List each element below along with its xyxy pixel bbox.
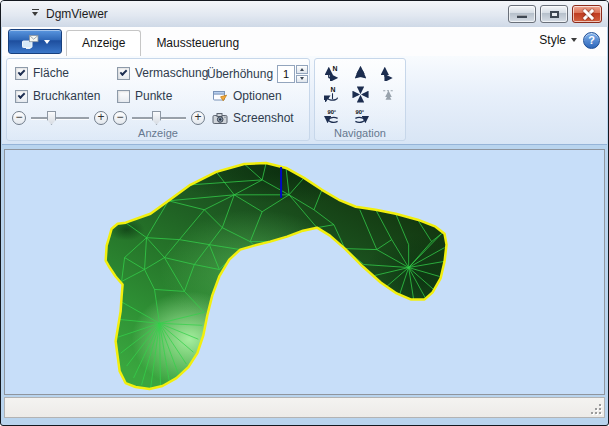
slider-increase-button[interactable]: + — [94, 111, 108, 125]
group-label-anzeige: Anzeige — [7, 127, 309, 139]
slider-decrease-button[interactable]: − — [12, 111, 26, 125]
svg-text:N: N — [330, 86, 335, 93]
quick-access-toolbar-chevron-icon[interactable] — [31, 8, 40, 18]
ribbon-tab-row: Anzeige Maussteuerung Style ? — [2, 27, 607, 56]
flaeche-transparency-slider: − + — [12, 111, 108, 125]
optionen-label: Optionen — [233, 89, 282, 103]
checkbox-vermaschung-label: Vermaschung — [135, 66, 208, 80]
maximize-icon — [550, 11, 559, 18]
ribbon-group-anzeige: Fläche Vermaschung Überhöhung 1 Bruchkan — [6, 58, 310, 141]
check-icon — [120, 68, 128, 76]
ueberhoehung-label: Überhöhung — [207, 67, 273, 81]
slider-thumb[interactable] — [152, 111, 161, 125]
check-icon — [18, 91, 26, 99]
zoom-to-center-icon — [352, 86, 369, 103]
options-icon — [212, 88, 228, 104]
checkbox-punkte-box[interactable] — [117, 90, 130, 103]
navigation-buttons: N N — [318, 61, 402, 127]
rotate-to-north-icon: N — [324, 86, 341, 103]
rotate-view-button[interactable] — [374, 61, 402, 83]
camera-icon — [212, 110, 228, 126]
zoom-to-center-button[interactable] — [346, 83, 374, 105]
checkbox-punkte[interactable]: Punkte — [117, 89, 172, 103]
terrain-canvas — [5, 150, 604, 394]
checkbox-flaeche-box[interactable] — [15, 67, 28, 80]
checkbox-vermaschung[interactable]: Vermaschung — [117, 66, 208, 80]
slider-thumb[interactable] — [47, 111, 56, 125]
screenshot-button[interactable]: Screenshot — [212, 110, 294, 126]
top-view-button[interactable] — [374, 83, 402, 105]
window-buttons — [508, 5, 602, 23]
slider-increase-button[interactable]: + — [191, 111, 205, 125]
spinner-up-button[interactable] — [296, 65, 308, 74]
maximize-button[interactable] — [540, 5, 568, 23]
svg-text:90°: 90° — [327, 109, 336, 115]
screenshot-label: Screenshot — [233, 111, 294, 125]
rotate-90-right-button[interactable]: 90° — [346, 105, 374, 127]
ribbon-tabs: Anzeige Maussteuerung — [66, 27, 254, 56]
slider-decrease-button[interactable]: − — [113, 111, 127, 125]
axes-3d-button[interactable] — [346, 61, 374, 83]
axes-3d-icon — [352, 64, 369, 81]
rotate-90-right-icon: 90° — [352, 108, 369, 125]
group-label-navigation: Navigation — [315, 127, 405, 139]
dgmviewer-window: DgmViewer Anzeige Maussteuerung Style ? — [0, 0, 609, 426]
ueberhoehung-value[interactable]: 1 — [277, 65, 295, 83]
terrain-surface — [5, 150, 604, 394]
ueberhoehung-spinner: 1 — [277, 65, 308, 83]
top-view-icon — [380, 86, 397, 103]
tab-anzeige[interactable]: Anzeige — [66, 30, 141, 57]
checkbox-vermaschung-box[interactable] — [117, 67, 130, 80]
resize-grip[interactable] — [591, 404, 602, 415]
window-title: DgmViewer — [46, 7, 108, 21]
status-bar — [4, 397, 605, 418]
rotate-view-icon — [380, 64, 397, 81]
minimize-button[interactable] — [508, 5, 536, 23]
tab-maussteuerung[interactable]: Maussteuerung — [141, 31, 254, 56]
checkbox-bruchkanten[interactable]: Bruchkanten — [15, 89, 100, 103]
spinner-down-button[interactable] — [296, 75, 308, 84]
ribbon-body: Fläche Vermaschung Überhöhung 1 Bruchkan — [2, 56, 607, 145]
spinner-up-icon — [300, 68, 304, 71]
checkbox-flaeche-label: Fläche — [33, 66, 69, 80]
checkbox-flaeche[interactable]: Fläche — [15, 66, 69, 80]
checkbox-punkte-label: Punkte — [135, 89, 172, 103]
app-menu-icon — [21, 33, 40, 50]
view-north-icon: N — [324, 64, 341, 81]
ueberhoehung-control: Überhöhung 1 — [207, 65, 308, 83]
svg-text:N: N — [332, 64, 337, 71]
rotate-90-left-button[interactable]: 90° — [318, 105, 346, 127]
check-icon — [18, 68, 26, 76]
style-dropdown-arrow-icon — [571, 38, 577, 42]
viewport-3d[interactable] — [4, 149, 605, 395]
vermaschung-transparency-slider: − + — [113, 111, 205, 125]
spinner-down-icon — [300, 77, 304, 80]
application-menu-button[interactable] — [8, 29, 62, 54]
ribbon-group-navigation: N N — [314, 58, 406, 141]
close-button[interactable] — [572, 5, 602, 23]
help-button[interactable]: ? — [583, 32, 600, 49]
minimize-icon — [517, 15, 527, 18]
view-north-button[interactable]: N — [318, 61, 346, 83]
checkbox-bruchkanten-label: Bruchkanten — [33, 89, 100, 103]
style-label: Style — [539, 33, 566, 47]
slider-track[interactable] — [31, 111, 89, 125]
titlebar[interactable]: DgmViewer — [1, 1, 608, 27]
slider-track[interactable] — [132, 111, 186, 125]
app-menu-dropdown-icon — [44, 40, 50, 44]
optionen-button[interactable]: Optionen — [212, 88, 282, 104]
close-icon — [582, 9, 593, 20]
rotate-to-north-button[interactable]: N — [318, 83, 346, 105]
style-dropdown-button[interactable]: Style — [539, 33, 577, 47]
rotate-90-left-icon: 90° — [324, 108, 341, 125]
svg-text:90°: 90° — [355, 109, 364, 115]
checkbox-bruchkanten-box[interactable] — [15, 90, 28, 103]
